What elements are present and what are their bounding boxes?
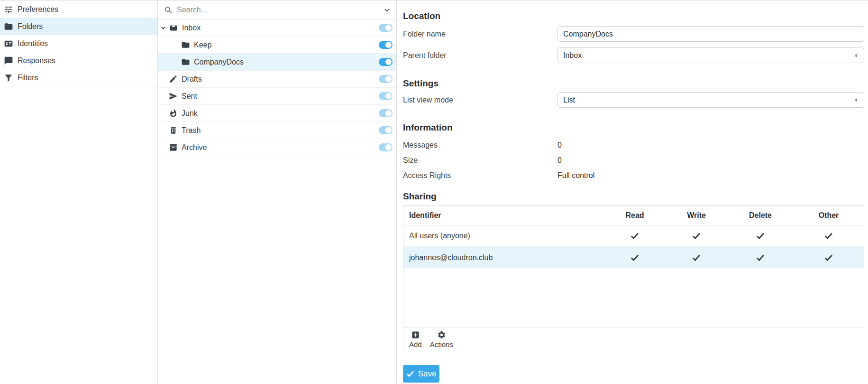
info-row-size: Size 0 (403, 153, 864, 168)
sidebar-item-label: Preferences (18, 5, 58, 14)
folder-row-archive[interactable]: Archive (158, 139, 396, 156)
section-heading-information: Information (403, 122, 864, 133)
folder-search-bar (158, 1, 396, 19)
folder-row-trash[interactable]: Trash (158, 122, 396, 139)
delete-check-icon (727, 254, 794, 262)
folder-subscription-toggle[interactable] (379, 109, 393, 117)
folder-subscription-toggle[interactable] (379, 58, 393, 66)
flame-icon (169, 109, 178, 118)
folder-subscription-toggle[interactable] (379, 92, 393, 100)
sharing-table-empty-area (403, 268, 864, 328)
folder-subscription-toggle[interactable] (379, 24, 393, 32)
folder-settings-page: Preferences Folders Identities Responses… (0, 0, 868, 384)
folder-row-sent[interactable]: Sent (158, 88, 396, 105)
inbox-icon (169, 23, 178, 33)
sidebar-item-folders[interactable]: Folders (0, 18, 157, 35)
list-view-mode-row: List view mode List (403, 92, 864, 108)
folder-row-junk[interactable]: Junk (158, 105, 396, 122)
folder-name: Junk (182, 109, 198, 118)
folder-row-inbox[interactable]: Inbox (158, 19, 396, 37)
folder-icon (4, 22, 13, 31)
archive-icon (169, 143, 178, 152)
sidebar-item-label: Identities (18, 39, 48, 48)
search-input[interactable] (177, 6, 379, 14)
folder-name: Sent (182, 92, 197, 101)
section-heading-settings: Settings (403, 78, 864, 89)
folder-name-row: Folder name (403, 26, 864, 42)
select-arrows-icon (853, 52, 859, 59)
column-header-delete: Delete (727, 211, 794, 220)
access-rights-value: Full control (557, 171, 594, 180)
sharing-toolbar: Add Actions (403, 328, 864, 351)
parent-folder-row: Parent folder Inbox (403, 47, 864, 63)
folder-name: Inbox (182, 24, 201, 32)
parent-folder-selected-value: Inbox (563, 51, 582, 60)
info-row-access-rights: Access Rights Full control (403, 168, 864, 183)
folder-row-companydocs[interactable]: CompanyDocs (158, 54, 396, 71)
sidebar-item-identities[interactable]: Identities (0, 35, 157, 52)
sidebar-item-label: Folders (18, 22, 43, 31)
sidebar-item-filters[interactable]: Filters (0, 69, 157, 86)
select-arrows-icon (853, 97, 859, 103)
search-options-chevron-down-icon[interactable] (384, 7, 390, 13)
folder-name: CompanyDocs (194, 58, 244, 66)
add-button[interactable]: Add (409, 330, 422, 348)
gear-icon (437, 330, 446, 339)
check-icon (406, 370, 414, 377)
messages-label: Messages (403, 141, 557, 150)
folder-icon (181, 40, 190, 49)
folder-name: Archive (182, 143, 207, 152)
column-header-write: Write (666, 211, 727, 220)
acl-identifier: All users (anyone) (403, 232, 604, 240)
list-view-mode-select[interactable]: List (557, 92, 864, 108)
delete-check-icon (727, 232, 794, 240)
section-heading-location: Location (403, 11, 864, 21)
other-check-icon (794, 254, 864, 262)
paper-plane-icon (169, 92, 178, 101)
folder-name: Keep (194, 41, 211, 49)
list-view-mode-selected-value: List (563, 96, 575, 104)
actions-button[interactable]: Actions (430, 330, 453, 348)
read-check-icon (604, 254, 666, 262)
folder-subscription-toggle[interactable] (379, 143, 393, 151)
pencil-icon (169, 75, 178, 84)
write-check-icon (666, 232, 727, 240)
acl-identifier: johannes@cloudron.club (403, 253, 604, 262)
funnel-icon (4, 73, 13, 83)
trash-icon (169, 126, 178, 135)
access-rights-label: Access Rights (403, 171, 557, 180)
sharing-acl-table: Identifier Read Write Delete Other All u… (403, 205, 864, 351)
chat-bubble-icon (4, 56, 13, 66)
folder-subscription-toggle[interactable] (379, 41, 393, 49)
column-header-other: Other (794, 211, 864, 220)
folder-row-keep[interactable]: Keep (158, 37, 396, 54)
expander-chevron-down-icon[interactable] (160, 25, 169, 31)
folder-name-label: Folder name (403, 30, 557, 38)
save-button-label: Save (418, 369, 437, 379)
folder-list-pane: Inbox Keep CompanyDocs Drafts (158, 1, 396, 156)
sidebar-item-preferences[interactable]: Preferences (0, 1, 157, 18)
sliders-icon (4, 5, 13, 14)
folder-row-drafts[interactable]: Drafts (158, 71, 396, 88)
settings-sidebar: Preferences Folders Identities Responses… (0, 1, 157, 86)
acl-row-johannes[interactable]: johannes@cloudron.club (403, 247, 864, 268)
parent-folder-select[interactable]: Inbox (557, 47, 864, 63)
other-check-icon (794, 232, 864, 240)
folder-name: Drafts (182, 75, 202, 84)
folder-subscription-toggle[interactable] (379, 75, 393, 83)
sidebar-item-responses[interactable]: Responses (0, 52, 157, 69)
list-view-mode-label: List view mode (403, 96, 557, 104)
add-button-label: Add (409, 340, 422, 348)
folder-icon (181, 57, 190, 66)
actions-button-label: Actions (430, 340, 453, 348)
size-label: Size (403, 156, 557, 165)
save-button[interactable]: Save (403, 365, 439, 383)
folder-name: Trash (182, 126, 201, 135)
folder-name-input[interactable] (557, 26, 864, 42)
sidebar-item-label: Filters (18, 74, 38, 82)
acl-row-all-users[interactable]: All users (anyone) (403, 225, 864, 247)
section-heading-sharing: Sharing (403, 191, 864, 202)
column-header-read: Read (604, 211, 666, 220)
folder-subscription-toggle[interactable] (379, 126, 393, 134)
search-icon (164, 6, 173, 14)
